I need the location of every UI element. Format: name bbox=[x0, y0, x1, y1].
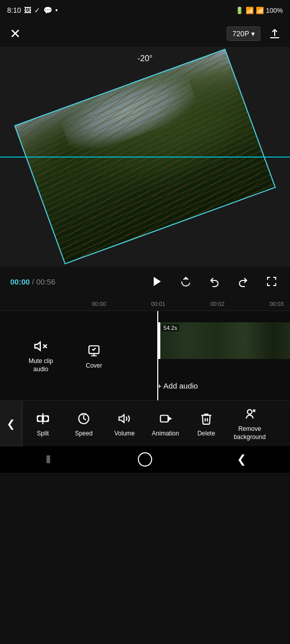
svg-marker-1 bbox=[35, 342, 40, 350]
status-bar: 8:10 🖼 ✓ 💬 • 🔋 📶 📶 100% bbox=[0, 0, 290, 20]
play-icon bbox=[151, 275, 163, 288]
toolbar-volume[interactable]: Volume bbox=[104, 401, 145, 447]
preview-area: -20° bbox=[0, 47, 290, 266]
control-buttons bbox=[149, 273, 280, 290]
remove-background-icon bbox=[241, 406, 258, 422]
battery-icon: 🔋 bbox=[235, 7, 244, 14]
back-button[interactable]: ❮ bbox=[226, 446, 257, 473]
ruler-mark-2: 00:02 bbox=[210, 301, 241, 307]
export-button[interactable] bbox=[267, 25, 283, 42]
add-audio-button[interactable]: + Add audio bbox=[157, 381, 198, 390]
delete-icon bbox=[198, 410, 214, 427]
track-clips-area[interactable]: 54.2s ＋ + Add audio bbox=[106, 311, 290, 400]
svg-rect-14 bbox=[160, 415, 168, 422]
resolution-button[interactable]: 720P ▾ bbox=[227, 27, 260, 41]
redo-icon bbox=[237, 275, 249, 288]
signal-icon: 📶 bbox=[256, 7, 264, 14]
toolbar-speed[interactable]: Speed bbox=[63, 401, 104, 447]
delete-label: Delete bbox=[198, 430, 215, 437]
back-icon: ❮ bbox=[237, 453, 246, 466]
svg-point-16 bbox=[248, 409, 252, 414]
add-audio-label: + Add audio bbox=[157, 381, 198, 390]
top-bar-right: 720P ▾ bbox=[227, 25, 283, 42]
upload-icon bbox=[269, 28, 281, 40]
cover-button[interactable]: Cover bbox=[86, 343, 102, 369]
messenger-icon: 💬 bbox=[43, 6, 52, 14]
clip-thumbnail: 54.2s bbox=[157, 322, 290, 359]
mute-clip-button[interactable]: Mute clipaudio bbox=[29, 338, 53, 373]
check-icon: ✓ bbox=[34, 6, 40, 14]
time-display: 00:00 / 00:56 bbox=[10, 277, 55, 286]
video-clip[interactable]: 54.2s ＋ bbox=[157, 322, 290, 359]
recent-apps-icon: ⦀ bbox=[46, 453, 51, 466]
track-left-controls: Mute clipaudio bbox=[0, 311, 82, 400]
ruler-mark-1: 00:01 bbox=[151, 301, 182, 307]
toolbar-back-button[interactable]: ❮ bbox=[0, 401, 22, 447]
ruler-mark-3: 00:03 bbox=[270, 301, 290, 307]
cover-control: Cover bbox=[82, 343, 102, 369]
timeline-ruler: 00:00 00:01 00:02 00:03 00:0+ bbox=[0, 297, 290, 311]
mute-label: Mute clipaudio bbox=[29, 357, 53, 373]
mute-icon bbox=[33, 338, 49, 354]
rotate-button[interactable] bbox=[178, 273, 194, 290]
timeline-area: Mute clipaudio Cover 54.2s ＋ + A bbox=[0, 311, 290, 400]
volume-label: Volume bbox=[114, 430, 135, 437]
status-left: 8:10 🖼 ✓ 💬 • bbox=[7, 6, 58, 14]
status-time: 8:10 bbox=[7, 6, 21, 14]
cover-icon bbox=[86, 343, 102, 359]
speed-label: Speed bbox=[75, 430, 93, 437]
toolbar-delete[interactable]: Delete bbox=[186, 401, 227, 447]
svg-marker-15 bbox=[168, 417, 171, 420]
fullscreen-icon bbox=[265, 275, 278, 288]
playback-controls: 00:00 / 00:56 bbox=[0, 266, 290, 297]
top-bar: ✕ 720P ▾ bbox=[0, 20, 290, 47]
resolution-label: 720P bbox=[232, 30, 249, 38]
gallery-icon: 🖼 bbox=[24, 6, 31, 14]
back-chevron-icon: ❮ bbox=[7, 418, 15, 430]
playhead bbox=[157, 311, 158, 400]
dropdown-arrow: ▾ bbox=[251, 30, 255, 38]
dot-icon: • bbox=[55, 6, 58, 14]
total-time: 00:56 bbox=[36, 277, 56, 286]
clip-duration: 54.2s bbox=[161, 324, 179, 331]
status-right: 🔋 📶 📶 100% bbox=[235, 7, 283, 14]
home-button[interactable] bbox=[130, 446, 160, 473]
svg-marker-13 bbox=[119, 415, 124, 422]
cyan-guide-line bbox=[0, 157, 290, 158]
bottom-toolbar: ❮ Split bbox=[0, 400, 290, 446]
undo-button[interactable] bbox=[206, 273, 223, 290]
close-button[interactable]: ✕ bbox=[7, 25, 23, 42]
time-separator: / bbox=[32, 277, 34, 286]
play-button[interactable] bbox=[149, 273, 165, 290]
split-icon bbox=[35, 410, 51, 427]
ruler-mark-0: 00:00 bbox=[92, 301, 123, 307]
rotate-icon bbox=[180, 275, 192, 288]
toolbar-split[interactable]: Split bbox=[22, 401, 63, 447]
fullscreen-button[interactable] bbox=[263, 273, 280, 290]
redo-button[interactable] bbox=[235, 273, 251, 290]
undo-icon bbox=[208, 275, 221, 288]
cover-label: Cover bbox=[86, 362, 102, 369]
battery-percent: 100% bbox=[266, 7, 283, 14]
speed-icon bbox=[76, 410, 92, 427]
nav-bar: ⦀ ❮ bbox=[0, 446, 290, 473]
remove-background-label: Removebackground bbox=[234, 425, 266, 441]
rotation-label: -20° bbox=[137, 54, 153, 63]
svg-marker-0 bbox=[154, 277, 161, 286]
toolbar-items: Split Speed Volume bbox=[22, 401, 290, 447]
split-label: Split bbox=[37, 430, 49, 437]
toolbar-remove-background[interactable]: Removebackground bbox=[227, 401, 273, 447]
home-icon bbox=[138, 452, 152, 467]
animation-label: Animation bbox=[152, 430, 179, 437]
toolbar-animation[interactable]: Animation bbox=[145, 401, 186, 447]
animation-icon bbox=[157, 410, 174, 427]
recent-apps-button[interactable]: ⦀ bbox=[33, 446, 64, 473]
wifi-icon: 📶 bbox=[246, 7, 254, 14]
volume-icon bbox=[116, 410, 133, 427]
current-time: 00:00 bbox=[10, 277, 30, 286]
